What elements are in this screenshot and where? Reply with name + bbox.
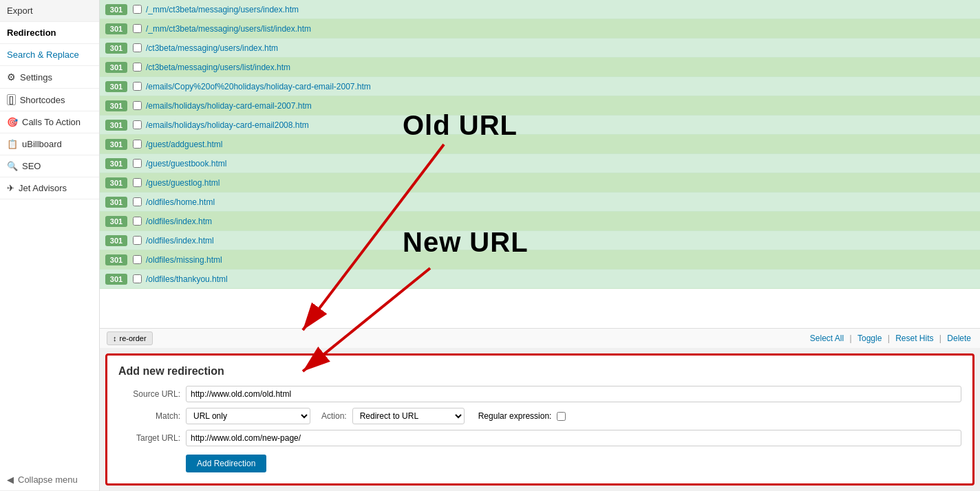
- select-all-link[interactable]: Select All: [810, 334, 844, 343]
- status-badge: 301: [105, 81, 127, 92]
- redirect-checkbox[interactable]: [133, 120, 142, 129]
- redirect-checkbox[interactable]: [133, 24, 142, 33]
- status-badge: 301: [105, 62, 127, 73]
- reorder-button[interactable]: ↕ re-order: [107, 331, 153, 345]
- target-url-label: Target URL:: [118, 433, 180, 443]
- target-url-row: Target URL:: [118, 430, 961, 446]
- table-row: 301 /emails/Copy%20of%20holidays/holiday…: [100, 77, 980, 96]
- status-badge: 301: [105, 43, 127, 54]
- source-url-input[interactable]: [186, 386, 961, 402]
- sidebar-item-label: Redirection: [7, 28, 56, 38]
- status-badge: 301: [105, 177, 127, 188]
- table-row: 301 /oldfiles/missing.html: [100, 250, 980, 270]
- redirect-checkbox[interactable]: [133, 236, 142, 245]
- table-row: 301 /oldfiles/index.htm: [100, 212, 980, 231]
- target-url-input[interactable]: [186, 430, 961, 446]
- redirect-url[interactable]: /ct3beta/messaging/users/index.htm: [146, 43, 278, 53]
- table-row: 301 /ct3beta/messaging/users/list/index.…: [100, 58, 980, 77]
- sidebar-item-seo[interactable]: 🔍 SEO: [0, 155, 99, 177]
- regex-checkbox[interactable]: [557, 412, 566, 421]
- status-badge: 301: [105, 254, 127, 265]
- redirect-url[interactable]: /emails/holidays/holiday-card-email2008.…: [146, 120, 309, 130]
- redirect-url[interactable]: /oldfiles/missing.html: [146, 255, 222, 265]
- status-badge: 301: [105, 216, 127, 227]
- regex-label: Regular expression:: [478, 411, 552, 421]
- redirect-checkbox[interactable]: [133, 178, 142, 187]
- redirect-checkbox[interactable]: [133, 159, 142, 168]
- toggle-link[interactable]: Toggle: [858, 334, 882, 343]
- redirect-checkbox[interactable]: [133, 82, 142, 91]
- redirect-url[interactable]: /guest/addguest.html: [146, 140, 222, 149]
- action-label: Action:: [321, 411, 347, 421]
- table-row: 301 /oldfiles/home.html: [100, 193, 980, 212]
- redirect-checkbox[interactable]: [133, 63, 142, 72]
- redirect-url[interactable]: /oldfiles/index.htm: [146, 217, 212, 226]
- status-badge: 301: [105, 23, 127, 34]
- status-badge: 301: [105, 4, 127, 15]
- delete-link[interactable]: Delete: [947, 334, 971, 343]
- table-row: 301 /emails/holidays/holiday-card-email2…: [100, 116, 980, 135]
- table-row: 301 /oldfiles/index.html: [100, 231, 980, 250]
- redirect-checkbox[interactable]: [133, 101, 142, 110]
- action-select[interactable]: Redirect to URL Redirect to random post …: [352, 408, 465, 424]
- match-label: Match:: [118, 411, 180, 421]
- sidebar-item-shortcodes[interactable]: [] Shortcodes: [0, 89, 99, 111]
- sidebar-item-redirection[interactable]: Redirection: [0, 22, 99, 44]
- match-select[interactable]: URL only URL and referrer URL and login …: [186, 408, 310, 424]
- match-row: Match: URL only URL and referrer URL and…: [118, 408, 961, 424]
- sidebar-item-search-replace[interactable]: Search & Replace: [0, 44, 99, 66]
- table-row: 301 /emails/holidays/holiday-card-email-…: [100, 96, 980, 116]
- redirect-url[interactable]: /guest/guestlog.html: [146, 178, 220, 188]
- action-links: Select All | Toggle | Reset Hits | Delet…: [808, 334, 973, 343]
- redirect-checkbox[interactable]: [133, 5, 142, 14]
- redirect-checkbox[interactable]: [133, 140, 142, 149]
- redirect-url[interactable]: /oldfiles/thankyou.html: [146, 274, 228, 284]
- reset-hits-link[interactable]: Reset Hits: [895, 334, 933, 343]
- table-row: 301 /_mm/ct3beta/messaging/users/list/in…: [100, 19, 980, 39]
- sidebar-item-collapse-menu[interactable]: ◀ Collapse menu: [0, 469, 99, 491]
- redirect-checkbox[interactable]: [133, 255, 142, 264]
- seo-icon: 🔍: [7, 161, 18, 171]
- shortcodes-icon: []: [7, 94, 16, 105]
- redirect-url[interactable]: /emails/Copy%20of%20holidays/holiday-car…: [146, 82, 371, 91]
- sidebar: Export Redirection Search & Replace ⚙ Se…: [0, 0, 100, 491]
- redirect-url[interactable]: /_mm/ct3beta/messaging/users/list/index.…: [146, 24, 311, 34]
- status-badge: 301: [105, 120, 127, 131]
- table-row: 301 /guest/guestlog.html: [100, 173, 980, 193]
- status-badge: 301: [105, 235, 127, 246]
- redirect-url[interactable]: /guest/guestbook.html: [146, 159, 226, 168]
- form-title: Add new redirection: [118, 365, 961, 378]
- status-badge: 301: [105, 100, 127, 111]
- redirect-url[interactable]: /oldfiles/index.html: [146, 236, 214, 246]
- table-row: 301 /_mm/ct3beta/messaging/users/index.h…: [100, 0, 980, 19]
- add-redirection-button[interactable]: Add Redirection: [186, 455, 266, 472]
- redirect-checkbox[interactable]: [133, 217, 142, 226]
- redirect-url[interactable]: /ct3beta/messaging/users/list/index.htm: [146, 63, 290, 72]
- redirect-checkbox[interactable]: [133, 274, 142, 283]
- redirect-url[interactable]: /_mm/ct3beta/messaging/users/index.htm: [146, 5, 299, 14]
- redirect-url[interactable]: /oldfiles/home.html: [146, 197, 215, 207]
- source-url-label: Source URL:: [118, 389, 180, 399]
- search-replace-link[interactable]: Search & Replace: [7, 50, 79, 60]
- redirect-url[interactable]: /emails/holidays/holiday-card-email-2007…: [146, 101, 312, 111]
- collapse-icon: ◀: [7, 474, 14, 485]
- sidebar-item-export[interactable]: Export: [0, 0, 99, 22]
- redirect-checkbox[interactable]: [133, 43, 142, 52]
- sidebar-item-label: Export: [7, 6, 33, 16]
- sidebar-item-label: Shortcodes: [20, 95, 65, 105]
- source-url-row: Source URL:: [118, 386, 961, 402]
- status-badge: 301: [105, 197, 127, 208]
- sidebar-item-ubillboard[interactable]: 📋 uBillboard: [0, 133, 99, 155]
- redirect-checkbox[interactable]: [133, 197, 142, 206]
- table-row: 301 /guest/addguest.html: [100, 135, 980, 154]
- sidebar-item-jet-advisors[interactable]: ✈ Jet Advisors: [0, 177, 99, 199]
- status-badge: 301: [105, 274, 127, 285]
- sidebar-item-settings[interactable]: ⚙ Settings: [0, 66, 99, 89]
- bottom-bar: ↕ re-order Select All | Toggle | Reset H…: [100, 328, 980, 348]
- sidebar-item-calls-to-action[interactable]: 🎯 Calls To Action: [0, 111, 99, 133]
- sidebar-item-label: Collapse menu: [18, 474, 78, 485]
- sidebar-item-label: SEO: [22, 161, 41, 171]
- main-content: 301 /_mm/ct3beta/messaging/users/index.h…: [100, 0, 980, 491]
- sidebar-item-label: Settings: [20, 72, 52, 83]
- sidebar-item-label: Jet Advisors: [19, 183, 67, 193]
